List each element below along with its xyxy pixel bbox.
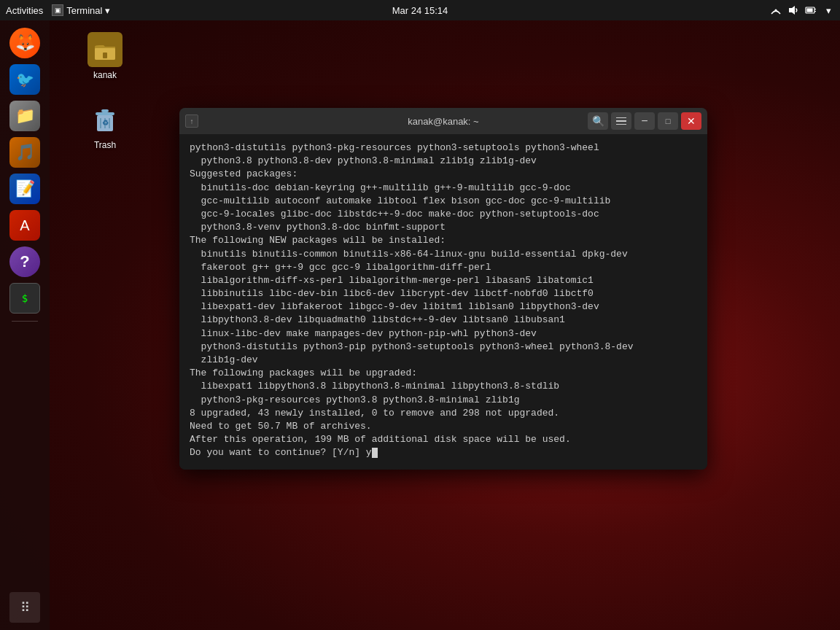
desktop: Activities ▣ Terminal ▾ Mar 24 15:14 [0,0,840,630]
terminal-menu[interactable]: ▣ Terminal ▾ [52,4,110,16]
maximize-button[interactable]: □ [658,112,678,130]
dock-item-firefox[interactable]: 🦊 [7,26,42,60]
volume-icon[interactable] [788,4,799,16]
desktop-icon-kanak[interactable]: kanak [79,29,131,83]
svg-rect-10 [96,112,114,115]
svg-text:♻: ♻ [102,119,109,127]
dock-item-thunderbird[interactable]: 🐦 [7,63,42,96]
menu-button[interactable] [611,112,631,130]
dock-item-help[interactable]: ? [7,245,42,279]
terminal-body[interactable]: python3-distutils python3-pkg-resources … [179,134,707,470]
dock-item-apps[interactable]: ⠿ [7,591,42,624]
terminal-icon: $ [9,283,40,314]
terminal-cursor [372,448,378,458]
dock-item-writer[interactable]: 📝 [7,172,42,206]
pin-button[interactable]: ↑ [185,114,198,128]
trash-icon: ♻ [88,102,122,137]
dock-item-files[interactable]: 📁 [7,99,42,133]
home-folder-icon [88,32,122,67]
firefox-icon: 🦊 [9,28,40,58]
terminal-menu-label: Terminal [66,5,102,16]
svg-rect-8 [103,52,107,58]
topbar-datetime[interactable]: Mar 24 15:14 [392,5,448,16]
activities-button[interactable]: Activities [6,5,43,16]
writer-icon: 📝 [9,174,40,204]
terminal-title: kanak@kanak: ~ [408,116,478,127]
titlebar-controls: 🔍 − □ ✕ [588,112,701,130]
dock-item-rhythmbox[interactable]: 🎵 [7,136,42,169]
topbar: Activities ▣ Terminal ▾ Mar 24 15:14 [0,0,840,20]
close-button[interactable]: ✕ [681,112,701,130]
system-menu-arrow[interactable]: ▾ [822,4,834,16]
network-icon[interactable] [770,4,782,16]
topbar-left: Activities ▣ Terminal ▾ [6,4,110,16]
topbar-right: ▾ [770,4,834,16]
dock: 🦊 🐦 📁 🎵 📝 A ? $ ⠿ [0,20,50,630]
apps-grid-icon: ⠿ [9,592,40,623]
rhythmbox-icon: 🎵 [9,137,40,168]
battery-icon[interactable] [805,4,817,16]
svg-rect-11 [101,109,109,112]
terminal-titlebar: ↑ kanak@kanak: ~ 🔍 − □ ✕ [179,108,707,134]
search-button[interactable]: 🔍 [588,112,608,130]
dock-item-appstore[interactable]: A [7,209,42,242]
terminal-menu-arrow: ▾ [105,5,110,16]
minimize-button[interactable]: − [634,112,655,130]
hamburger-line-1 [616,117,626,119]
dock-separator [12,321,38,322]
desktop-icon-trash[interactable]: ♻ Trash [79,99,131,153]
terminal-menu-icon: ▣ [52,4,63,16]
svg-marker-1 [789,6,795,15]
files-icon: 📁 [9,101,40,131]
help-icon: ? [9,246,40,277]
svg-rect-3 [807,9,812,12]
trash-label: Trash [94,140,116,150]
appstore-icon: A [9,210,40,241]
kanak-label: kanak [93,70,117,80]
dock-item-terminal[interactable]: $ [7,281,42,315]
terminal-window: ↑ kanak@kanak: ~ 🔍 − □ ✕ python3-distuti… [179,108,707,470]
thunderbird-icon: 🐦 [9,64,40,95]
hamburger-line-2 [616,120,626,122]
hamburger-line-3 [616,124,626,125]
